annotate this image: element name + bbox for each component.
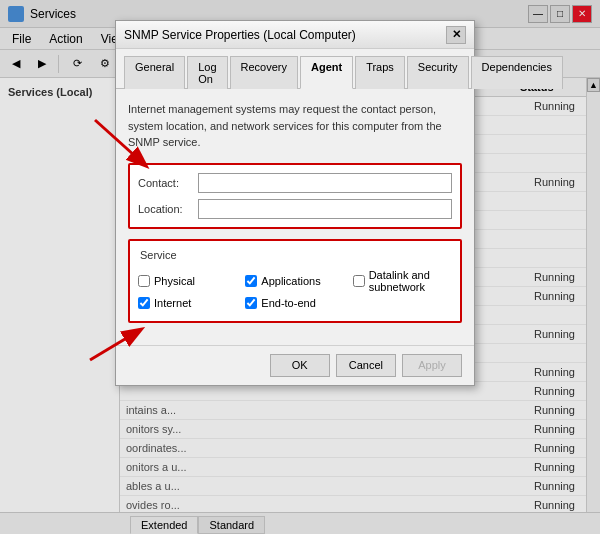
tab-security[interactable]: Security <box>407 56 469 89</box>
dialog-title: SNMP Service Properties (Local Computer) <box>124 28 356 42</box>
checkbox-applications: Applications <box>245 269 344 293</box>
applications-checkbox[interactable] <box>245 275 257 287</box>
apply-button[interactable]: Apply <box>402 354 462 377</box>
datalink-label: Datalink and subnetwork <box>369 269 452 293</box>
cancel-button[interactable]: Cancel <box>336 354 396 377</box>
service-legend: Service <box>138 249 452 261</box>
contact-label: Contact: <box>138 177 198 189</box>
dialog-titlebar: SNMP Service Properties (Local Computer)… <box>116 21 474 49</box>
service-checkboxes: Physical Applications Datalink and subne… <box>138 269 452 309</box>
endtoend-checkbox[interactable] <box>245 297 257 309</box>
internet-checkbox[interactable] <box>138 297 150 309</box>
location-input[interactable] <box>198 199 452 219</box>
tab-recovery[interactable]: Recovery <box>230 56 298 89</box>
checkbox-internet: Internet <box>138 297 237 309</box>
checkbox-endtoend: End-to-end <box>245 297 344 309</box>
internet-label: Internet <box>154 297 191 309</box>
contact-field-row: Contact: <box>138 173 452 193</box>
physical-label: Physical <box>154 275 195 287</box>
dialog-body: Internet management systems may request … <box>116 89 474 345</box>
contact-input[interactable] <box>198 173 452 193</box>
service-section: Service Physical Applications Datalink a… <box>128 239 462 323</box>
datalink-checkbox[interactable] <box>353 275 365 287</box>
dialog-tabs: General Log On Recovery Agent Traps Secu… <box>116 49 474 89</box>
applications-label: Applications <box>261 275 320 287</box>
dialog-close-button[interactable]: ✕ <box>446 26 466 44</box>
contact-location-section: Contact: Location: <box>128 163 462 229</box>
snmp-dialog: SNMP Service Properties (Local Computer)… <box>115 20 475 386</box>
tab-agent[interactable]: Agent <box>300 56 353 89</box>
services-window: Services — □ ✕ File Action View Help ◀ ▶… <box>0 0 600 534</box>
endtoend-label: End-to-end <box>261 297 315 309</box>
location-field-row: Location: <box>138 199 452 219</box>
dialog-description: Internet management systems may request … <box>128 101 462 151</box>
physical-checkbox[interactable] <box>138 275 150 287</box>
tab-logon[interactable]: Log On <box>187 56 227 89</box>
ok-button[interactable]: OK <box>270 354 330 377</box>
location-label: Location: <box>138 203 198 215</box>
checkbox-datalink: Datalink and subnetwork <box>353 269 452 293</box>
tab-dependencies[interactable]: Dependencies <box>471 56 563 89</box>
checkbox-physical: Physical <box>138 269 237 293</box>
tab-general[interactable]: General <box>124 56 185 89</box>
dialog-footer: OK Cancel Apply <box>116 345 474 385</box>
tab-traps[interactable]: Traps <box>355 56 405 89</box>
